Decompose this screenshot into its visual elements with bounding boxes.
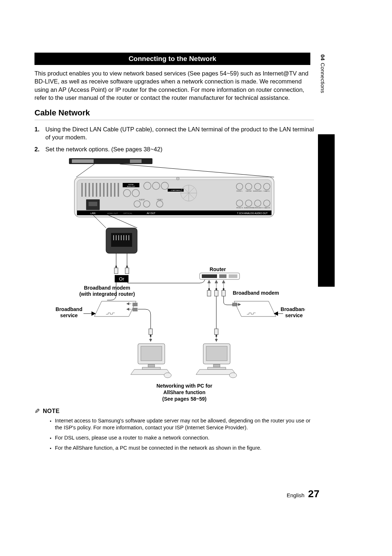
svg-text:(with integrated router): (with integrated router)	[79, 291, 135, 297]
svg-text:AUDIO OUT: AUDIO OUT	[127, 185, 135, 187]
svg-rect-105	[150, 335, 151, 337]
svg-rect-77	[126, 266, 128, 268]
modem-left-icon	[94, 301, 138, 316]
section-header: Connecting to the Network	[34, 53, 310, 65]
svg-text:AV OUT: AV OUT	[147, 212, 155, 214]
svg-text:FRONT L: FRONT L	[236, 190, 243, 192]
page-number: 27	[308, 488, 319, 500]
svg-rect-2	[130, 159, 142, 163]
note-text: For DSL users, please use a router to ma…	[55, 434, 209, 442]
svg-rect-84	[202, 274, 217, 278]
pc-right-icon	[196, 344, 237, 378]
svg-rect-116	[208, 367, 226, 369]
svg-rect-74	[114, 268, 118, 274]
svg-text:OPTICAL: OPTICAL	[123, 212, 132, 214]
svg-point-38	[176, 177, 179, 180]
note-item: For the AllShare function, a PC must be …	[50, 445, 311, 452]
footer-language: English	[287, 492, 305, 498]
step-text: Using the Direct LAN Cable (UTP cable), …	[45, 125, 314, 142]
svg-line-3	[76, 164, 94, 177]
svg-point-112	[164, 373, 171, 378]
thumb-index-bar	[318, 134, 335, 287]
svg-text:CENTER: CENTER	[246, 190, 252, 192]
svg-rect-91	[208, 288, 210, 290]
svg-text:Broadband: Broadband	[281, 306, 305, 312]
svg-point-117	[229, 373, 237, 378]
svg-text:SURROUND R: SURROUND R	[253, 207, 262, 209]
svg-rect-90	[207, 290, 211, 296]
svg-rect-98	[132, 308, 138, 311]
svg-text:service: service	[60, 312, 78, 318]
svg-rect-95	[223, 288, 224, 290]
svg-text:Networking with PC for: Networking with PC for	[156, 383, 213, 389]
svg-text:Or: Or	[119, 276, 124, 282]
instruction-list: Using the Direct LAN Cable (UTP cable), …	[34, 125, 314, 153]
svg-text:FRONT R: FRONT R	[236, 207, 243, 209]
svg-rect-75	[115, 266, 117, 268]
svg-rect-111	[142, 367, 160, 369]
svg-text:Broadband: Broadband	[56, 306, 82, 312]
note-label: NOTE	[43, 408, 60, 414]
pc-left-icon	[131, 344, 171, 378]
step-item: Set the network options. (See pages 38~4…	[34, 145, 314, 153]
svg-rect-106	[215, 329, 218, 335]
svg-rect-93	[216, 288, 217, 290]
svg-rect-109	[141, 346, 162, 361]
chapter-tab: 04 Connections	[318, 54, 327, 93]
svg-text:HDMI OUT: HDMI OUT	[107, 212, 118, 214]
divider	[34, 120, 314, 120]
svg-text:S.BACK R: S.BACK R	[264, 207, 270, 209]
svg-rect-104	[149, 329, 152, 335]
diagram-svg: DIGITAL AUDIO OUT COMPONENT AUDIO VIDEO	[44, 157, 305, 404]
step-item: Using the Direct LAN Cable (UTP cable), …	[34, 125, 314, 142]
svg-rect-85	[219, 274, 226, 278]
svg-text:Broadband modem: Broadband modem	[233, 290, 279, 296]
svg-rect-76	[125, 268, 129, 274]
chapter-number: 04	[320, 54, 326, 61]
modem-right-icon	[232, 301, 276, 316]
svg-text:Router: Router	[209, 266, 226, 272]
svg-rect-92	[215, 290, 218, 296]
svg-line-4	[120, 164, 274, 177]
svg-rect-94	[222, 290, 225, 296]
note-item: For DSL users, please use a router to ma…	[50, 434, 311, 442]
svg-rect-110	[148, 364, 155, 367]
note-icon: ✎	[34, 407, 40, 415]
page-footer: English 27	[287, 488, 319, 500]
svg-text:Broadband modem: Broadband modem	[84, 285, 130, 291]
connection-diagram: DIGITAL AUDIO OUT COMPONENT AUDIO VIDEO	[34, 157, 314, 404]
svg-text:service: service	[285, 312, 303, 318]
note-item: Internet access to Samsung's software up…	[50, 417, 311, 432]
svg-text:S.BACK L: S.BACK L	[264, 190, 270, 192]
note-heading: ✎ NOTE	[34, 407, 316, 415]
svg-text:7.1CH ANALOG AUDIO OUT: 7.1CH ANALOG AUDIO OUT	[237, 212, 268, 214]
intro-paragraph: This product enables you to view network…	[34, 69, 314, 102]
page-content: Connecting to the Network This product e…	[34, 53, 316, 454]
step-text: Set the network options. (See pages 38~4…	[45, 145, 162, 153]
svg-text:VIDEO: VIDEO	[157, 199, 163, 201]
note-list: Internet access to Samsung's software up…	[50, 417, 311, 451]
svg-text:SUBWOOFER: SUBWOOFER	[244, 207, 253, 209]
note-text: Internet access to Samsung's software up…	[55, 417, 311, 432]
svg-text:AllShare function: AllShare function	[163, 389, 205, 395]
svg-text:SURROUND L: SURROUND L	[253, 190, 263, 192]
svg-rect-107	[216, 335, 217, 337]
svg-rect-114	[206, 346, 227, 361]
subsection-heading: Cable Network	[34, 108, 316, 118]
svg-rect-86	[229, 274, 237, 278]
svg-rect-115	[213, 364, 220, 367]
svg-rect-1	[72, 159, 94, 163]
svg-rect-56	[89, 202, 97, 206]
chapter-title: Connections	[320, 63, 326, 93]
svg-text:AUDIO: AUDIO	[139, 199, 145, 201]
svg-text:(See pages 58~59): (See pages 58~59)	[162, 396, 207, 402]
svg-rect-97	[132, 303, 138, 306]
svg-text:COMPONENT: COMPONENT	[171, 189, 181, 191]
note-text: For the AllShare function, a PC must be …	[55, 445, 261, 452]
